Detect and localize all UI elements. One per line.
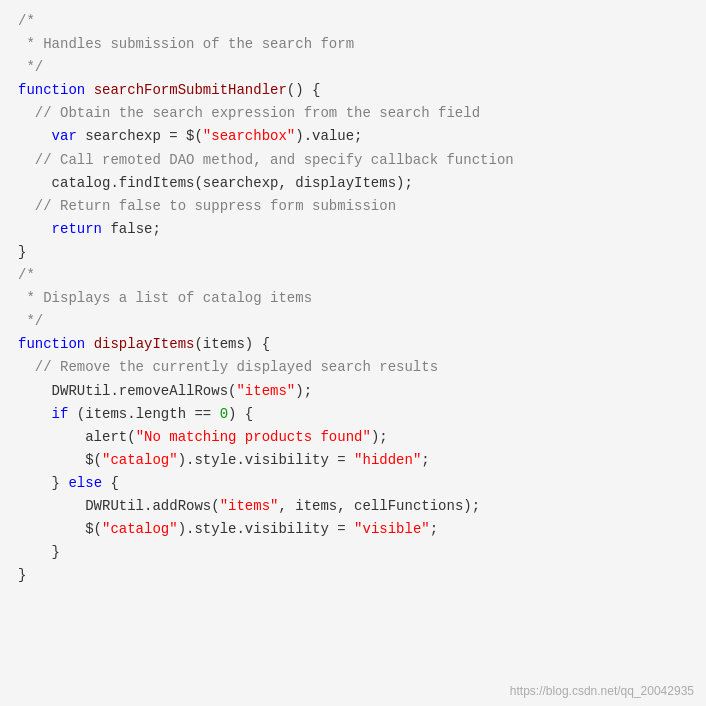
code-token: "items"	[220, 498, 279, 514]
watermark: https://blog.csdn.net/qq_20042935	[510, 684, 694, 698]
code-line: }	[18, 541, 688, 564]
code-token: * Displays a list of catalog items	[18, 290, 312, 306]
code-token: );	[295, 383, 312, 399]
code-token: // Obtain the search expression from the…	[18, 105, 480, 121]
code-line: /*	[18, 264, 688, 287]
code-line: $("catalog").style.visibility = "visible…	[18, 518, 688, 541]
code-token: /*	[18, 267, 35, 283]
code-token: , items, cellFunctions);	[278, 498, 480, 514]
code-line: // Call remoted DAO method, and specify …	[18, 149, 688, 172]
code-line: alert("No matching products found");	[18, 426, 688, 449]
code-token: ).value;	[295, 128, 362, 144]
code-token: ;	[430, 521, 438, 537]
code-token: searchexp =	[85, 128, 186, 144]
code-token: "catalog"	[102, 452, 178, 468]
code-token: var	[52, 128, 86, 144]
code-token: (items.length ==	[77, 406, 220, 422]
code-token: }	[18, 567, 26, 583]
code-token: function	[18, 336, 94, 352]
code-token: */	[18, 313, 43, 329]
code-token: function	[18, 82, 94, 98]
code-token: catalog.findItems(searchexp, displayItem…	[18, 175, 413, 191]
code-token: }	[18, 544, 60, 560]
code-token: /*	[18, 13, 35, 29]
code-token: ) {	[228, 406, 253, 422]
code-line: * Displays a list of catalog items	[18, 287, 688, 310]
code-token: "hidden"	[354, 452, 421, 468]
code-line: function searchFormSubmitHandler() {	[18, 79, 688, 102]
code-token: "items"	[236, 383, 295, 399]
code-token: else	[68, 475, 110, 491]
code-token	[18, 406, 52, 422]
code-line: DWRUtil.removeAllRows("items");	[18, 380, 688, 403]
code-token: */	[18, 59, 43, 75]
code-token: displayItems	[94, 336, 195, 352]
code-line: * Handles submission of the search form	[18, 33, 688, 56]
code-token: "visible"	[354, 521, 430, 537]
code-line: } else {	[18, 472, 688, 495]
code-line: DWRUtil.addRows("items", items, cellFunc…	[18, 495, 688, 518]
code-token: $(	[18, 452, 102, 468]
code-line: function displayItems(items) {	[18, 333, 688, 356]
code-line: catalog.findItems(searchexp, displayItem…	[18, 172, 688, 195]
code-token: }	[18, 475, 68, 491]
code-token: () {	[287, 82, 321, 98]
code-token: // Return false to suppress form submiss…	[18, 198, 396, 214]
code-token: * Handles submission of the search form	[18, 36, 354, 52]
code-token: "searchbox"	[203, 128, 295, 144]
code-token: return	[52, 221, 111, 237]
code-token: false;	[110, 221, 160, 237]
code-line: // Return false to suppress form submiss…	[18, 195, 688, 218]
code-line: // Remove the currently displayed search…	[18, 356, 688, 379]
code-token: $(	[18, 521, 102, 537]
code-token: "No matching products found"	[136, 429, 371, 445]
code-content: /* * Handles submission of the search fo…	[0, 10, 706, 587]
code-token: DWRUtil.addRows(	[18, 498, 220, 514]
code-line: // Obtain the search expression from the…	[18, 102, 688, 125]
code-token: alert(	[18, 429, 136, 445]
code-viewer: /* * Handles submission of the search fo…	[0, 0, 706, 706]
code-token: ).style.visibility =	[178, 521, 354, 537]
code-token	[18, 128, 52, 144]
code-line: */	[18, 310, 688, 333]
code-line: }	[18, 241, 688, 264]
code-token: {	[110, 475, 118, 491]
code-token: "catalog"	[102, 521, 178, 537]
code-token: DWRUtil.removeAllRows(	[18, 383, 236, 399]
code-line: $("catalog").style.visibility = "hidden"…	[18, 449, 688, 472]
code-token: if	[52, 406, 77, 422]
code-line: /*	[18, 10, 688, 33]
code-token: }	[18, 244, 26, 260]
code-token: (items) {	[194, 336, 270, 352]
code-line: var searchexp = $("searchbox").value;	[18, 125, 688, 148]
code-token: $(	[186, 128, 203, 144]
code-line: }	[18, 564, 688, 587]
code-token: // Remove the currently displayed search…	[18, 359, 438, 375]
code-token: ;	[421, 452, 429, 468]
code-token: ).style.visibility =	[178, 452, 354, 468]
code-token: searchFormSubmitHandler	[94, 82, 287, 98]
code-token	[18, 221, 52, 237]
code-token: 0	[220, 406, 228, 422]
code-token: // Call remoted DAO method, and specify …	[18, 152, 514, 168]
code-line: if (items.length == 0) {	[18, 403, 688, 426]
code-line: */	[18, 56, 688, 79]
code-token: );	[371, 429, 388, 445]
code-line: return false;	[18, 218, 688, 241]
